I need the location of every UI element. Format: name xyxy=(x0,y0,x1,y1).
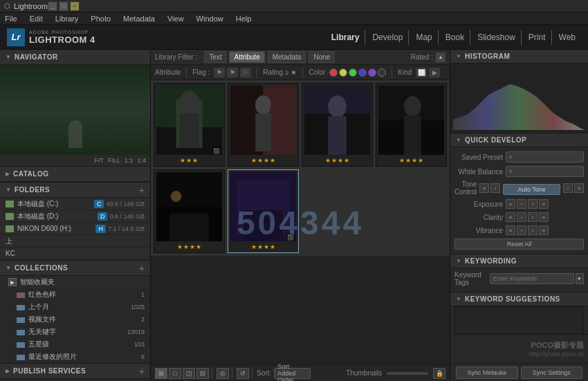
kw-header[interactable]: ▼ Keywording xyxy=(450,254,588,268)
collection-red[interactable]: 红色色样 1 xyxy=(0,288,150,301)
collection-recent[interactable]: 最近修改的照片 6 xyxy=(0,351,150,363)
sync-settings-btn[interactable]: Sync Settings xyxy=(521,366,583,379)
menu-view[interactable]: View xyxy=(165,14,186,24)
color-purple[interactable] xyxy=(368,68,376,77)
close-button[interactable]: × xyxy=(70,1,80,11)
collections-header[interactable]: ▼ Collections + xyxy=(0,261,150,276)
rotate-left-icon[interactable]: ↺ xyxy=(237,368,249,379)
saved-preset-dropdown[interactable]: ▾ xyxy=(506,151,584,162)
kind-video[interactable]: ▶ xyxy=(429,68,440,77)
clar-rr[interactable]: » xyxy=(539,212,549,222)
kw-settings-btn[interactable]: ▾ xyxy=(576,273,584,284)
filter-tab-none[interactable]: None xyxy=(309,51,335,63)
lock-icon[interactable]: 🔒 xyxy=(433,368,445,379)
menu-edit[interactable]: Edit xyxy=(28,14,45,24)
folder-nikon[interactable]: NIKON D600 (H:) H 7.1 / 14.6 GB xyxy=(0,223,150,235)
folders-header[interactable]: ▼ Folders + xyxy=(0,183,150,198)
compare-view-icon[interactable]: ◫ xyxy=(183,368,195,379)
folder-c[interactable]: 本地磁盘 (C:) C 49.6 / 146 GB xyxy=(0,198,150,210)
nav-map[interactable]: Map xyxy=(410,30,438,45)
folder-d[interactable]: 本地磁盘 (D:) D 0.6 / 146 GB xyxy=(0,210,150,223)
flag-rejected[interactable]: ⚐ xyxy=(240,68,251,77)
folders-add[interactable]: + xyxy=(139,185,145,196)
photo-cell-5[interactable]: ★★★★ xyxy=(154,169,225,253)
clar-ll[interactable]: « xyxy=(506,212,515,222)
vib-ll[interactable]: « xyxy=(506,225,515,235)
grid-view-icon[interactable]: ⊞ xyxy=(155,368,167,379)
collections-add[interactable]: + xyxy=(139,263,145,274)
nav-fit[interactable]: FIT xyxy=(94,157,104,164)
minimize-button[interactable]: _ xyxy=(48,1,57,11)
spray-icon[interactable]: ◎ xyxy=(217,368,229,379)
photo-cell-4[interactable]: ★★★★ xyxy=(376,83,447,167)
histogram-header[interactable]: ▼ Histogram xyxy=(450,50,588,64)
sync-meta-btn[interactable]: Sync Metauke xyxy=(456,366,518,379)
kw-sugg-header[interactable]: ▼ Keyword Suggestions xyxy=(450,292,588,306)
loupe-view-icon[interactable]: □ xyxy=(169,368,181,379)
filter-tab-metadata[interactable]: Metadata xyxy=(268,51,306,63)
menu-library[interactable]: Library xyxy=(53,14,81,24)
tone-arrow-r[interactable]: › xyxy=(563,183,573,193)
nav-slideshow[interactable]: Slideshow xyxy=(472,30,522,45)
wb-dropdown[interactable]: ▾ xyxy=(506,166,584,177)
photo-cell-1[interactable]: ⬛ ★★★ xyxy=(154,83,225,167)
filter-tab-attribute[interactable]: Attribute xyxy=(229,51,264,63)
navigator-header[interactable]: ▼ Navigator xyxy=(0,50,150,65)
vib-l[interactable]: ‹ xyxy=(517,225,526,235)
catalog-header[interactable]: ▶ Catalog xyxy=(0,167,150,182)
publish-header[interactable]: ▶ Publish Services + xyxy=(0,364,150,379)
nav-1to4[interactable]: 1:4 xyxy=(137,157,146,164)
menu-window[interactable]: Window xyxy=(194,14,226,24)
flag-any[interactable]: ⚑ xyxy=(227,68,238,77)
sort-dropdown[interactable]: Sort: Added Order xyxy=(274,368,311,379)
filter-expand[interactable]: ▲ xyxy=(436,53,445,62)
collection-video[interactable]: 视频文件 2 xyxy=(0,313,150,326)
vib-rr[interactable]: » xyxy=(539,225,549,235)
menu-metadata[interactable]: Metadata xyxy=(121,14,157,24)
flag-white[interactable]: ⚑ xyxy=(214,68,225,77)
exp-r[interactable]: › xyxy=(528,199,538,209)
folder-kc[interactable]: KC xyxy=(0,248,150,260)
exp-ll[interactable]: « xyxy=(506,199,515,209)
qd-header[interactable]: ▼ Quick Develop xyxy=(450,133,588,147)
vib-r[interactable]: › xyxy=(528,225,538,235)
color-blue[interactable] xyxy=(358,68,367,77)
clar-r[interactable]: › xyxy=(528,212,538,222)
maximize-button[interactable]: □ xyxy=(59,1,68,11)
nav-library[interactable]: Library xyxy=(326,30,366,45)
auto-tone-btn[interactable]: Auto Tone xyxy=(503,184,560,195)
menu-file[interactable]: File xyxy=(3,14,19,24)
nav-1to1[interactable]: 1:1 xyxy=(125,157,134,164)
exp-l[interactable]: ‹ xyxy=(517,199,526,209)
reset-all-btn[interactable]: Reset All xyxy=(454,239,584,250)
color-none[interactable] xyxy=(378,68,386,77)
nav-print[interactable]: Print xyxy=(523,30,552,45)
exp-rr[interactable]: » xyxy=(539,199,549,209)
survey-view-icon[interactable]: ⊟ xyxy=(196,368,209,379)
photo-cell-2[interactable]: ★★★★ xyxy=(228,83,299,167)
collection-group-smart[interactable]: ▶ 智能收藏夹 xyxy=(0,276,150,288)
thumbnail-slider[interactable] xyxy=(387,372,428,375)
menu-help[interactable]: Help xyxy=(234,14,254,24)
photo-cell-6[interactable]: ⬛ ★★★★ xyxy=(228,169,299,253)
tone-arrow-ll[interactable]: « xyxy=(479,183,489,193)
tone-arrow-l[interactable]: ‹ xyxy=(490,183,500,193)
photo-cell-3[interactable]: ★★★★ xyxy=(302,83,373,167)
rating-star[interactable]: ★ xyxy=(291,68,297,76)
menu-photo[interactable]: Photo xyxy=(89,14,113,24)
kw-input[interactable] xyxy=(490,273,574,284)
collection-nokw[interactable]: 无关键字 13019 xyxy=(0,326,150,338)
filter-tab-text[interactable]: Text xyxy=(204,51,226,63)
collection-5star[interactable]: 五星级 103 xyxy=(0,338,150,351)
color-red[interactable] xyxy=(329,68,338,77)
nav-web[interactable]: Web xyxy=(553,30,581,45)
clar-l[interactable]: ‹ xyxy=(517,212,526,222)
nav-fill[interactable]: FILL xyxy=(108,157,120,164)
kind-all[interactable]: ⬜ xyxy=(416,68,427,77)
collection-month[interactable]: 上个月 1025 xyxy=(0,301,150,313)
tone-arrow-rr[interactable]: » xyxy=(574,183,584,193)
publish-add[interactable]: + xyxy=(139,366,145,377)
folder-u[interactable]: 上 xyxy=(0,235,150,248)
nav-develop[interactable]: Develop xyxy=(367,30,409,45)
color-green[interactable] xyxy=(349,68,357,77)
